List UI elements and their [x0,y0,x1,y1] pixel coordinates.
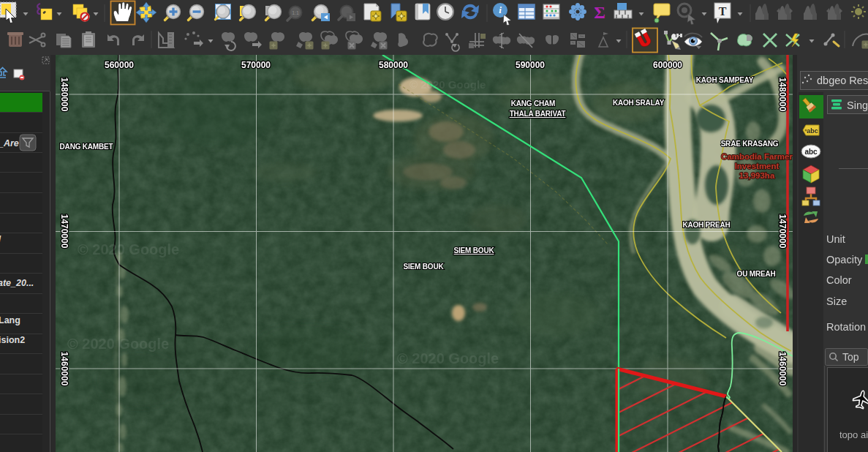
svg-text:© 2020 Google: © 2020 Google [78,241,179,257]
svg-text:Cambodia Farmer: Cambodia Farmer [721,152,793,161]
svg-text:1480000: 1480000 [59,78,69,112]
svg-text:Investment: Investment [735,162,780,170]
svg-text:KANG CHAM: KANG CHAM [511,99,555,108]
svg-text:i: i [499,4,502,15]
svg-text:570000: 570000 [241,60,271,70]
svg-text:abc: abc [804,148,818,156]
svg-text:590000: 590000 [516,60,545,70]
svg-text:13,993ha: 13,993ha [739,171,775,180]
svg-text:Sing: Sing [847,99,868,111]
svg-text:Rotation: Rotation [826,321,866,333]
svg-text:Lang: Lang [0,315,20,325]
svg-text:600000: 600000 [653,60,682,70]
svg-text:ate_20...: ate_20... [0,278,34,288]
svg-text:T: T [719,5,727,18]
svg-text:SRAE KRASANG: SRAE KRASANG [721,140,779,148]
svg-text:1460000: 1460000 [777,352,788,386]
svg-text:THALA BARIVAT: THALA BARIVAT [510,110,566,118]
svg-text:KAOH SAMPEAY: KAOH SAMPEAY [696,76,754,84]
svg-text:SIEM BOUK: SIEM BOUK [404,263,445,271]
svg-text:560000: 560000 [105,60,134,70]
svg-text:1470000: 1470000 [777,214,788,249]
svg-text:Size: Size [826,295,847,307]
svg-text:1:1: 1:1 [292,10,299,15]
svg-text:© 2020 Google: © 2020 Google [397,350,499,366]
svg-text:Top: Top [842,351,859,363]
svg-text:© 2020 Google: © 2020 Google [410,78,486,91]
svg-text:Color: Color [826,274,852,286]
svg-text:SIEM BOUK: SIEM BOUK [454,246,495,255]
svg-text:_Are: _Are [0,138,19,148]
svg-text:topo ai: topo ai [839,429,868,440]
svg-text:Σ: Σ [594,3,605,22]
svg-text:abc: abc [807,127,818,135]
svg-text:ision2: ision2 [0,335,25,345]
svg-text:KAOH PREAH: KAOH PREAH [682,221,730,229]
svg-text:1480000: 1480000 [777,78,788,112]
svg-text:KAOH SRALAY: KAOH SRALAY [613,99,665,107]
svg-text:580000: 580000 [379,60,408,70]
svg-text:dbgeo Res: dbgeo Res [817,75,868,86]
svg-text:Unit: Unit [826,233,845,245]
svg-text:© 2020 Google: © 2020 Google [67,336,169,352]
svg-text:Opacity: Opacity [826,254,863,265]
svg-text:1470000: 1470000 [59,214,69,249]
svg-text:1460000: 1460000 [59,352,69,386]
svg-text:OU MREAH: OU MREAH [737,270,776,278]
svg-text:DANG KAMBET: DANG KAMBET [60,143,113,151]
